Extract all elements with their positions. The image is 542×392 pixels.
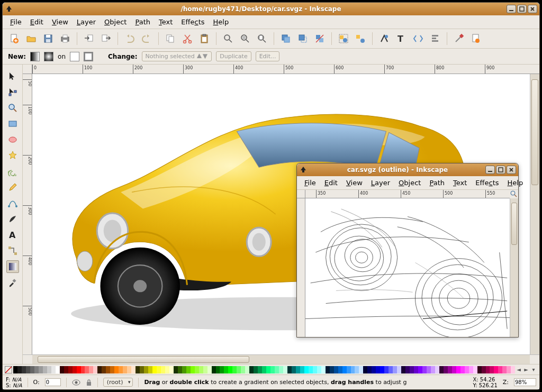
layer-visibility-icon[interactable] [72, 379, 80, 386]
palette-swatch[interactable] [77, 366, 81, 373]
ellipse-tool[interactable] [6, 133, 19, 146]
palette-swatch[interactable] [347, 366, 351, 373]
palette-swatch[interactable] [363, 366, 367, 373]
outline-menu-effects[interactable]: Effects [471, 178, 503, 188]
palette-swatch[interactable] [186, 366, 191, 373]
palette-swatch[interactable] [26, 366, 30, 373]
group-button[interactable] [336, 31, 351, 46]
open-file-button[interactable] [24, 31, 39, 46]
palette-swatch[interactable] [431, 366, 435, 373]
palette-swatch[interactable] [338, 366, 342, 373]
fill-stroke-button[interactable] [377, 31, 392, 46]
outline-menu-file[interactable]: File [300, 178, 320, 188]
palette-swatch[interactable] [448, 366, 452, 373]
palette-swatch[interactable] [279, 366, 283, 373]
palette-swatch[interactable] [326, 366, 330, 373]
outline-menu-view[interactable]: View [342, 178, 367, 188]
palette-swatch[interactable] [212, 366, 216, 373]
palette-swatch[interactable] [469, 366, 473, 373]
palette-swatch[interactable] [473, 366, 477, 373]
palette-swatch[interactable] [207, 366, 212, 373]
palette-swatch[interactable] [148, 366, 152, 373]
rectangle-tool[interactable] [6, 117, 19, 130]
preferences-button[interactable] [451, 31, 466, 46]
palette-swatch[interactable] [334, 366, 338, 373]
palette-swatch[interactable] [119, 366, 123, 373]
palette-swatch[interactable] [270, 366, 275, 373]
palette-swatch[interactable] [372, 366, 376, 373]
pencil-tool[interactable] [6, 181, 19, 194]
palette-swatch[interactable] [330, 366, 334, 373]
gradient-tool[interactable] [6, 260, 19, 273]
palette-swatch[interactable] [220, 366, 224, 373]
palette-swatch[interactable] [465, 366, 469, 373]
outline-v-thumb[interactable] [511, 203, 517, 245]
zoom-page-button[interactable] [255, 31, 269, 46]
outline-ruler-vertical[interactable] [297, 198, 305, 337]
zoom-drawing-button[interactable] [238, 31, 252, 46]
palette-swatch[interactable] [300, 366, 304, 373]
palette-swatch[interactable] [203, 366, 207, 373]
palette-swatch[interactable] [17, 366, 22, 373]
menu-text[interactable]: Text [155, 17, 177, 27]
palette-swatch[interactable] [427, 366, 431, 373]
export-button[interactable] [98, 31, 113, 46]
palette-swatch[interactable] [152, 366, 157, 373]
palette-swatch[interactable] [435, 366, 439, 373]
node-tool[interactable] [6, 86, 19, 98]
palette-swatch[interactable] [123, 366, 127, 373]
palette-swatch[interactable] [317, 366, 321, 373]
palette-swatch[interactable] [262, 366, 266, 373]
duplicate-button[interactable] [278, 31, 293, 46]
new-file-button[interactable] [7, 31, 22, 46]
palette-swatch[interactable] [507, 366, 511, 373]
palette-swatch[interactable] [258, 366, 262, 373]
palette-swatch[interactable] [511, 366, 515, 373]
color-palette[interactable] [13, 366, 515, 373]
palette-swatch[interactable] [397, 366, 401, 373]
palette-swatch[interactable] [169, 366, 174, 373]
palette-swatch[interactable] [241, 366, 245, 373]
palette-swatch[interactable] [161, 366, 165, 373]
menu-path[interactable]: Path [131, 17, 155, 27]
palette-swatch[interactable] [165, 366, 169, 373]
ruler-vertical[interactable]: 50 100 200 300 400 500 [23, 74, 32, 354]
palette-swatch[interactable] [380, 366, 384, 373]
palette-swatch[interactable] [444, 366, 448, 373]
close-button[interactable] [528, 5, 537, 13]
palette-menu[interactable]: ▾ [530, 367, 537, 372]
edit-gradient-button[interactable]: Edit... [256, 51, 280, 61]
palette-swatch[interactable] [199, 366, 203, 373]
menu-object[interactable]: Object [100, 17, 131, 27]
layer-lock-icon[interactable] [86, 379, 92, 386]
palette-swatch[interactable] [224, 366, 228, 373]
palette-swatch[interactable] [296, 366, 300, 373]
palette-swatch[interactable] [477, 366, 482, 373]
palette-swatch[interactable] [114, 366, 119, 373]
palette-swatch[interactable] [321, 366, 326, 373]
palette-swatch[interactable] [456, 366, 460, 373]
palette-swatch[interactable] [460, 366, 465, 373]
opacity-input[interactable] [45, 378, 61, 386]
palette-swatch[interactable] [131, 366, 136, 373]
outline-menu-layer[interactable]: Layer [367, 178, 394, 188]
ungroup-button[interactable] [353, 31, 368, 46]
cut-button[interactable] [180, 31, 195, 46]
outline-vertical-scrollbar[interactable] [510, 198, 518, 337]
text-dialog-button[interactable]: T [394, 31, 409, 46]
dropper-tool[interactable] [6, 276, 19, 289]
xml-editor-button[interactable] [411, 31, 426, 46]
palette-swatch[interactable] [157, 366, 161, 373]
palette-swatch[interactable] [89, 366, 93, 373]
palette-swatch[interactable] [389, 366, 393, 373]
palette-swatch[interactable] [266, 366, 270, 373]
palette-swatch[interactable] [490, 366, 494, 373]
clone-button[interactable] [295, 31, 310, 46]
copy-button[interactable] [163, 31, 178, 46]
outline-minimize-button[interactable] [485, 166, 495, 174]
palette-swatch[interactable] [43, 366, 47, 373]
palette-swatch[interactable] [351, 366, 355, 373]
palette-swatch[interactable] [144, 366, 148, 373]
palette-swatch[interactable] [422, 366, 427, 373]
palette-swatch[interactable] [376, 366, 380, 373]
